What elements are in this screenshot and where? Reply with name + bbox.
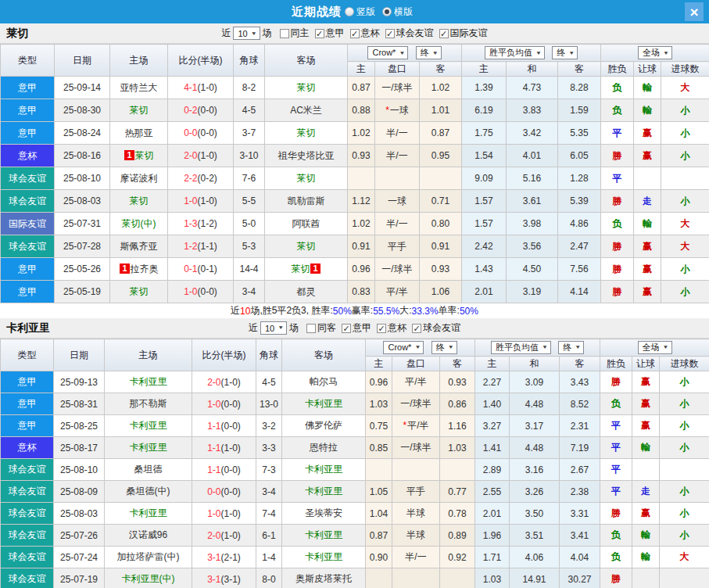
team-name: 卡利亚里 xyxy=(305,551,342,562)
filter-checkbox-label[interactable]: 同客 xyxy=(317,321,336,335)
filter-checkbox[interactable]: ✓ xyxy=(412,324,421,333)
summary-segment: 单率: xyxy=(439,304,460,317)
mean-away: 2.31 xyxy=(560,415,600,437)
home-team: 莱切(中) xyxy=(110,213,168,235)
result-wdl: 平 xyxy=(600,459,632,481)
filter-checkbox-label[interactable]: 球会友谊 xyxy=(396,27,434,40)
mean-stage-select[interactable]: 终▼ xyxy=(552,46,578,59)
odds-line: 半/一 xyxy=(375,213,420,235)
radio-horizontal-icon[interactable] xyxy=(382,7,392,16)
filter-checkbox[interactable]: ✓ xyxy=(439,29,449,38)
summary-segment: 近 xyxy=(231,304,240,317)
scope-select[interactable]: 全场▼ xyxy=(638,46,672,59)
column-header: 日期 xyxy=(54,339,105,371)
score: 0-2(0-0) xyxy=(168,99,234,122)
result-handicap: 赢 xyxy=(634,122,661,145)
odds-stage-value: 终 xyxy=(421,47,429,59)
team-name: 莱切 xyxy=(297,127,316,138)
competition-type: 球会友谊 xyxy=(1,481,54,503)
mean-draw: 3.26 xyxy=(510,481,560,503)
mean-stage-select[interactable]: 终▼ xyxy=(558,341,584,354)
mean-away: 2.47 xyxy=(558,235,601,258)
home-team: 桑坦德 xyxy=(105,459,192,481)
odds-away: 0.77 xyxy=(440,481,475,503)
competition-type: 意甲 xyxy=(1,371,54,393)
competition-type: 球会友谊 xyxy=(1,568,54,588)
mean-select[interactable]: 胜平负均值▼ xyxy=(491,341,551,354)
odds-home: 0.96 xyxy=(348,258,375,281)
match-count-select[interactable]: 10▼ xyxy=(233,27,260,40)
mean-draw: 3.61 xyxy=(507,190,558,213)
column-header: 客 xyxy=(440,357,475,371)
match-count-select[interactable]: 10▼ xyxy=(260,321,287,335)
radio-vertical-label[interactable]: 竖版 xyxy=(356,5,375,19)
away-team: 恩特拉 xyxy=(282,437,366,459)
radio-horizontal-label[interactable]: 横版 xyxy=(394,5,413,19)
mean-home: 6.19 xyxy=(462,99,507,122)
result-goals: 小 xyxy=(661,258,709,281)
filter-checkbox-label[interactable]: 同主 xyxy=(291,27,310,40)
home-team: 汉诺威96 xyxy=(105,525,192,547)
red-card-badge: 1 xyxy=(124,150,134,160)
team-title: 莱切 xyxy=(6,27,28,41)
odds-source-select[interactable]: Crow*▼ xyxy=(383,341,424,354)
matches-table-cagliari: 类型 日期 主场 比分(半场) 角球 客场 Crow*▼ 终▼ 胜平负均值▼ 终… xyxy=(0,339,709,588)
corners: 7-3 xyxy=(256,459,282,481)
filter-checkbox[interactable] xyxy=(280,29,289,38)
result-handicap: 輸 xyxy=(632,437,660,459)
match-row: 球会友谊25-07-28斯佩齐亚1-2(1-1)5-3莱切0.91平手0.912… xyxy=(1,235,709,258)
mean-draw: 3.42 xyxy=(507,122,558,145)
score: 3-1(3-1) xyxy=(192,568,256,588)
odds-home: 1.05 xyxy=(366,481,392,503)
match-date: 25-08-03 xyxy=(55,190,110,213)
result-goals: 小 xyxy=(660,415,709,437)
mean-draw: 14.91 xyxy=(510,568,560,588)
filter-checkbox-label[interactable]: 球会友谊 xyxy=(423,321,460,335)
odds-line: 一/球半 xyxy=(392,437,440,459)
filter-checkbox[interactable]: ✓ xyxy=(377,324,386,333)
odds-away: 1.06 xyxy=(420,281,462,303)
result-wdl: 负 xyxy=(601,213,634,235)
mean-home: 2.01 xyxy=(475,503,510,525)
filter-checkbox[interactable]: ✓ xyxy=(342,324,351,333)
odds-source-value: Crow* xyxy=(372,48,396,57)
filter-checkbox-label[interactable]: 意杯 xyxy=(361,27,380,40)
chevron-down-icon: ▼ xyxy=(542,345,548,350)
home-team: 1拉齐奥 xyxy=(110,258,168,281)
radio-vertical-icon[interactable] xyxy=(345,7,354,16)
filter-checkbox[interactable] xyxy=(306,324,316,333)
view-toggle: 竖版 横版 xyxy=(345,5,417,19)
home-team: 卡利亚里 xyxy=(105,437,192,459)
close-icon[interactable]: × xyxy=(685,2,704,21)
team-name: 莱切 xyxy=(130,286,149,297)
mean-away: 2.38 xyxy=(560,481,600,503)
odds-stage-select[interactable]: 终▼ xyxy=(431,341,457,354)
corners: 14-4 xyxy=(234,258,265,281)
mean-away: 3.43 xyxy=(560,371,600,393)
summary-segment: 赢率: xyxy=(352,304,373,317)
home-team: 莱切 xyxy=(110,99,168,122)
odds-source-select[interactable]: Crow*▼ xyxy=(367,46,408,59)
filter-checkbox-label[interactable]: 国际友谊 xyxy=(450,27,488,40)
odds-stage-select[interactable]: 终▼ xyxy=(416,46,442,59)
result-wdl: 勝 xyxy=(601,235,634,258)
odds-home: 1.03 xyxy=(366,393,392,415)
filter-checkbox[interactable]: ✓ xyxy=(315,29,324,38)
score: 1-0(0-0) xyxy=(192,393,256,415)
result-goals xyxy=(660,459,709,481)
scope-select[interactable]: 全场▼ xyxy=(638,341,672,354)
corners: 8-0 xyxy=(256,568,282,588)
mean-select[interactable]: 胜平负均值▼ xyxy=(485,46,545,59)
filter-checkbox-label[interactable]: 意甲 xyxy=(326,27,345,40)
filter-checkbox[interactable]: ✓ xyxy=(350,29,360,38)
odds-home: 0.75 xyxy=(366,415,392,437)
match-date: 25-08-25 xyxy=(54,415,105,437)
odds-line xyxy=(375,167,420,190)
filter-checkbox-label[interactable]: 意杯 xyxy=(388,321,406,335)
mean-away: 4.14 xyxy=(558,281,601,303)
chevron-down-icon: ▼ xyxy=(568,50,575,56)
filter-checkbox[interactable]: ✓ xyxy=(385,29,395,38)
match-date: 25-09-13 xyxy=(54,371,105,393)
filter-checkbox-label[interactable]: 意甲 xyxy=(353,321,371,335)
score: 1-1(1-0) xyxy=(192,437,256,459)
